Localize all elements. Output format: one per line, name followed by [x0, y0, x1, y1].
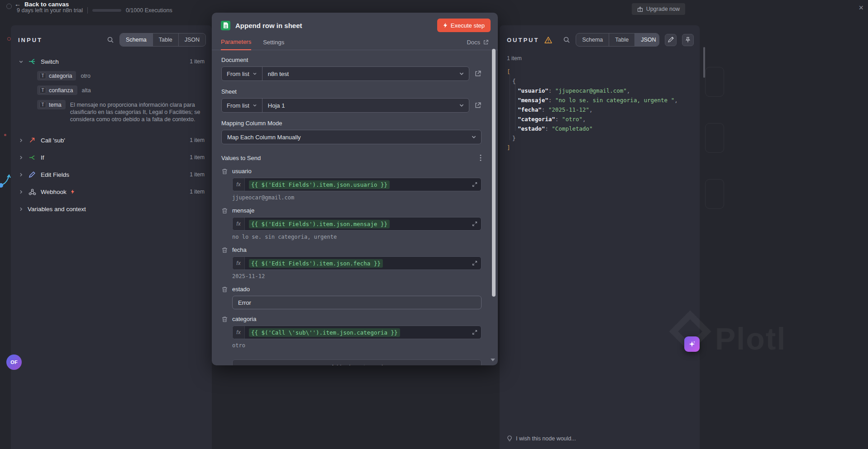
- execute-step-button[interactable]: Execute step: [437, 19, 491, 32]
- document-mode-select[interactable]: From list: [222, 67, 262, 80]
- dimmed-canvas-node: [705, 179, 724, 209]
- item-count: 1 item: [190, 189, 205, 195]
- fecha-expression-input[interactable]: fx {{ $('Edit Fields').item.json.fecha }…: [232, 256, 482, 270]
- usuario-expression-input[interactable]: fx {{ $('Edit Fields').item.json.usuario…: [232, 178, 482, 191]
- upgrade-label: Upgrade now: [646, 6, 680, 12]
- output-panel-header: OUTPUT Schema Table JSON: [500, 25, 700, 52]
- delete-column-icon[interactable]: [222, 168, 228, 175]
- text-type-icon: T: [39, 101, 46, 108]
- tab-json[interactable]: JSON: [179, 33, 205, 46]
- tab-schema[interactable]: Schema: [120, 33, 153, 46]
- field-value: alta: [82, 85, 205, 94]
- docs-link[interactable]: Docs: [467, 39, 489, 50]
- delete-column-icon[interactable]: [222, 208, 228, 214]
- node-name: Edit Fields: [41, 171, 69, 178]
- tab-settings[interactable]: Settings: [263, 39, 284, 50]
- input-node-call-sub[interactable]: Call 'sub' 1 item: [18, 132, 205, 149]
- google-sheets-icon: [221, 21, 230, 30]
- pin-data-button[interactable]: [682, 34, 694, 46]
- expression-text: {{ $('Edit Fields').item.json.fecha }}: [249, 259, 383, 268]
- expression-text: {{ $('Edit Fields').item.json.usuario }}: [249, 180, 390, 189]
- mensaje-expression-input[interactable]: fx {{ $('Edit Fields').item.json.mensaje…: [232, 217, 482, 231]
- column-label: estado: [232, 286, 482, 293]
- chevron-right-icon: [18, 138, 24, 143]
- scroll-down-arrow[interactable]: [491, 359, 495, 361]
- open-sheet-external-icon[interactable]: [474, 102, 482, 109]
- tab-json[interactable]: JSON: [635, 33, 659, 46]
- execute-step-label: Execute step: [451, 22, 485, 29]
- parameters-form: Document From list n8n test Sheet From: [212, 50, 498, 365]
- categoria-expression-input[interactable]: fx {{ $('Call \'sub\'').item.json.catego…: [232, 326, 482, 339]
- edit-fields-node-icon: [28, 171, 37, 178]
- node-name: Call 'sub': [41, 137, 65, 144]
- input-node-edit-fields[interactable]: Edit Fields 1 item: [18, 166, 205, 183]
- edit-output-button[interactable]: [665, 34, 677, 46]
- schema-field-tema[interactable]: Ttema El mensaje no proporciona informac…: [37, 100, 205, 123]
- sheet-mode-select[interactable]: From list: [222, 99, 262, 112]
- back-arrow-icon: ←: [14, 0, 21, 8]
- tab-table[interactable]: Table: [609, 33, 635, 46]
- field-value: otro: [81, 71, 205, 80]
- expand-expression-icon[interactable]: [472, 330, 477, 335]
- item-count: 1 item: [190, 171, 205, 178]
- upgrade-now-button[interactable]: Upgrade now: [632, 3, 685, 15]
- document-resource-locator[interactable]: From list n8n test: [221, 66, 469, 81]
- expand-expression-icon[interactable]: [472, 182, 477, 187]
- node-detail-modal: Append row in sheet Execute step Paramet…: [212, 13, 498, 365]
- input-node-switch[interactable]: Switch 1 item: [18, 53, 205, 70]
- text-type-icon: T: [39, 87, 46, 94]
- chevron-right-icon: [18, 207, 24, 212]
- schema-field-confianza[interactable]: Tconfianza alta: [37, 85, 205, 95]
- node-feedback-link[interactable]: I wish this node would...: [507, 435, 576, 442]
- input-view-tabs: Schema Table JSON: [119, 33, 206, 47]
- tab-schema[interactable]: Schema: [576, 33, 609, 46]
- delete-column-icon[interactable]: [222, 316, 228, 322]
- trigger-bolt-icon: [71, 189, 75, 194]
- back-to-canvas-button[interactable]: ← Back to canvas: [14, 0, 69, 8]
- output-title: OUTPUT: [507, 37, 539, 43]
- add-column-button[interactable]: Add column to send: [232, 359, 482, 365]
- options-dots-icon[interactable]: [480, 154, 482, 161]
- executions-count: 0/1000 Executions: [126, 7, 172, 14]
- canvas-error-dot: [4, 134, 6, 136]
- input-title: INPUT: [18, 37, 43, 43]
- input-node-webhook[interactable]: Webhook 1 item: [18, 183, 205, 200]
- field-key: confianza: [49, 87, 73, 94]
- delete-column-icon[interactable]: [222, 286, 228, 293]
- ai-assistant-button[interactable]: [684, 336, 700, 352]
- expand-expression-icon[interactable]: [472, 260, 477, 266]
- search-icon[interactable]: [107, 36, 114, 43]
- sheet-resource-locator[interactable]: From list Hoja 1: [221, 98, 469, 113]
- modal-scrollbar[interactable]: [492, 49, 496, 297]
- tab-parameters[interactable]: Parameters: [221, 38, 251, 50]
- node-title: Append row in sheet: [235, 22, 302, 29]
- chevron-right-icon: [18, 155, 24, 160]
- column-label: categoria: [232, 316, 482, 322]
- close-icon[interactable]: ×: [858, 4, 863, 12]
- open-document-external-icon[interactable]: [474, 70, 482, 77]
- tab-table[interactable]: Table: [153, 33, 179, 46]
- subworkflow-node-icon: [28, 137, 37, 144]
- chevron-down-icon: [471, 364, 477, 365]
- output-items-count: 1 item: [500, 52, 700, 61]
- dimmed-canvas-node: [705, 67, 724, 97]
- mapping-mode-select[interactable]: Map Each Column Manually: [221, 130, 482, 144]
- expand-expression-icon[interactable]: [472, 221, 477, 227]
- status-ring-icon: [6, 4, 12, 9]
- input-node-variables-context[interactable]: Variables and context: [18, 200, 205, 217]
- fx-prefix: fx: [233, 178, 245, 191]
- expression-result: no lo se. sin categoria, urgente: [232, 234, 482, 240]
- switch-node-icon: [28, 57, 37, 66]
- schema-field-categoria[interactable]: Tcategoria otro: [37, 71, 205, 80]
- field-key: tema: [49, 102, 62, 108]
- node-name: Switch: [41, 58, 59, 65]
- search-icon[interactable]: [563, 36, 570, 43]
- input-node-if[interactable]: If 1 item: [18, 149, 205, 166]
- output-panel: OUTPUT Schema Table JSON 1 item [{"usuar…: [500, 25, 700, 449]
- sheet-label: Sheet: [221, 88, 482, 95]
- fx-prefix: fx: [233, 257, 245, 269]
- user-avatar[interactable]: OF: [6, 354, 22, 370]
- estado-text-input[interactable]: [232, 296, 482, 309]
- value-group-usuario: usuario fx {{ $('Edit Fields').item.json…: [232, 168, 482, 201]
- delete-column-icon[interactable]: [222, 247, 228, 253]
